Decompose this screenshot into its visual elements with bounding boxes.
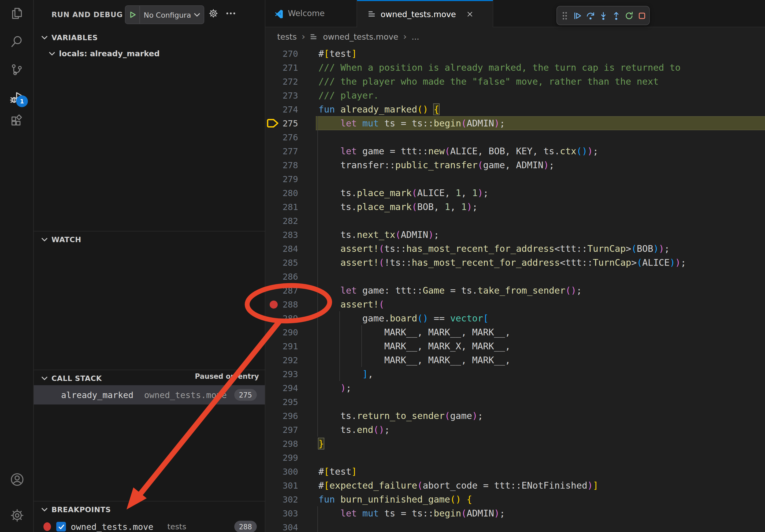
breakpoint-glyph[interactable] [265,297,280,311]
code-line-297[interactable]: 297 ts.end(); [265,423,765,437]
line-number[interactable]: 287 [280,285,298,296]
glyph-margin[interactable] [265,395,280,409]
glyph-margin[interactable] [265,367,280,381]
line-number[interactable]: 286 [280,271,298,282]
line-number[interactable]: 301 [280,480,298,490]
code-line-301[interactable]: 301#[expected_failure(abort_code = ttt::… [265,478,765,492]
code-line-300[interactable]: 300#[test] [265,464,765,478]
line-number[interactable]: 304 [280,522,298,532]
breakpoint-checkbox[interactable] [56,522,66,531]
code-editor[interactable]: 270#[test]271/// When a position is alre… [265,47,765,532]
line-number[interactable]: 289 [280,313,298,323]
line-number[interactable]: 276 [280,132,298,142]
step-out-icon[interactable] [611,10,621,21]
glyph-margin[interactable] [265,492,280,506]
glyph-margin[interactable] [265,464,280,478]
glyph-margin[interactable] [265,437,280,450]
restart-icon[interactable] [623,10,634,21]
line-number[interactable]: 285 [280,257,298,268]
tab-owned-tests-move[interactable]: owned_tests.move [357,0,493,27]
debug-config-dropdown[interactable]: No Configura [125,5,204,24]
code-line-293[interactable]: 293 ], [265,367,765,381]
glyph-margin[interactable] [265,47,280,61]
glyph-margin[interactable] [265,200,280,214]
current-line-glyph[interactable] [265,116,280,130]
glyph-margin[interactable] [265,89,280,102]
watch-section-header[interactable]: WATCH [41,232,81,246]
line-number[interactable]: 271 [280,62,298,73]
glyph-margin[interactable] [265,409,280,423]
line-number[interactable]: 270 [280,49,298,59]
account-icon[interactable] [9,471,24,486]
line-number[interactable]: 298 [280,438,298,449]
line-number[interactable]: 295 [280,397,298,407]
breadcrumb-item[interactable]: owned_tests.move [323,32,398,42]
glyph-margin[interactable] [265,214,280,228]
glyph-margin[interactable] [265,172,280,186]
line-number[interactable]: 280 [280,188,298,198]
code-line-285[interactable]: 285 assert!(!ts::has_most_recent_for_add… [265,256,765,269]
line-number[interactable]: 284 [280,243,298,254]
code-line-282[interactable]: 282 [265,214,765,228]
glyph-margin[interactable] [265,520,280,532]
start-debug-icon[interactable] [125,11,139,19]
glyph-margin[interactable] [265,158,280,172]
glyph-margin[interactable] [265,478,280,492]
glyph-margin[interactable] [265,75,280,89]
code-line-296[interactable]: 296 ts.return_to_sender(game); [265,409,765,423]
step-over-icon[interactable] [585,10,596,21]
code-line-278[interactable]: 278 transfer::public_transfer(game, ADMI… [265,158,765,172]
line-number[interactable]: 288 [280,299,298,309]
glyph-margin[interactable] [265,61,280,75]
code-line-288[interactable]: 288 assert!( [265,297,765,311]
code-line-295[interactable]: 295 [265,395,765,409]
continue-icon[interactable] [572,10,583,21]
explorer-icon[interactable] [9,6,24,21]
line-number[interactable]: 303 [280,508,298,518]
glyph-margin[interactable] [265,242,280,256]
breadcrumb-item[interactable]: tests [277,32,297,42]
code-line-276[interactable]: 276 [265,130,765,144]
glyph-margin[interactable] [265,269,280,283]
code-line-273[interactable]: 273/// player. [265,89,765,102]
code-line-281[interactable]: 281 ts.place_mark(BOB, 1, 1); [265,200,765,214]
glyph-margin[interactable] [265,353,280,367]
code-line-284[interactable]: 284 assert!(ts::has_most_recent_for_addr… [265,242,765,256]
locals-scope-row[interactable]: locals: already_marked [49,46,160,61]
stop-icon[interactable] [636,10,647,21]
code-line-298[interactable]: 298} [265,437,765,450]
code-line-304[interactable]: 304 [265,520,765,532]
code-line-274[interactable]: 274fun already_marked() { [265,102,765,116]
config-dropdown-label[interactable]: No Configura [140,10,194,19]
line-number[interactable]: 273 [280,90,298,101]
glyph-margin[interactable] [265,506,280,520]
glyph-margin[interactable] [265,228,280,242]
code-line-289[interactable]: 289 game.board() == vector[ [265,311,765,325]
code-line-271[interactable]: 271/// When a position is already marked… [265,61,765,75]
close-icon[interactable] [465,10,474,18]
line-number[interactable]: 299 [280,452,298,463]
line-number[interactable]: 279 [280,174,298,184]
drag-handle-icon[interactable] [559,10,570,21]
line-number[interactable]: 290 [280,327,298,337]
code-line-299[interactable]: 299 [265,450,765,464]
code-line-290[interactable]: 290 MARK__, MARK__, MARK__, [265,325,765,339]
debug-settings-gear-icon[interactable] [208,8,219,19]
code-line-303[interactable]: 303 let mut ts = ts::begin(ADMIN); [265,506,765,520]
line-number[interactable]: 294 [280,383,298,393]
glyph-margin[interactable] [265,311,280,325]
code-line-275[interactable]: 275 let mut ts = ts::begin(ADMIN); [265,116,765,130]
glyph-margin[interactable] [265,283,280,297]
line-number[interactable]: 297 [280,424,298,435]
glyph-margin[interactable] [265,256,280,269]
code-line-294[interactable]: 294 ); [265,381,765,395]
line-number[interactable]: 292 [280,355,298,365]
line-number[interactable]: 274 [280,104,298,115]
glyph-margin[interactable] [265,102,280,116]
settings-gear-icon[interactable] [9,507,24,522]
glyph-margin[interactable] [265,186,280,200]
code-line-302[interactable]: 302fun burn_unfinished_game() { [265,492,765,506]
breakpoint-list-item[interactable]: owned_tests.move tests 288 [34,518,265,532]
line-number[interactable]: 281 [280,202,298,212]
search-icon[interactable] [9,34,24,49]
